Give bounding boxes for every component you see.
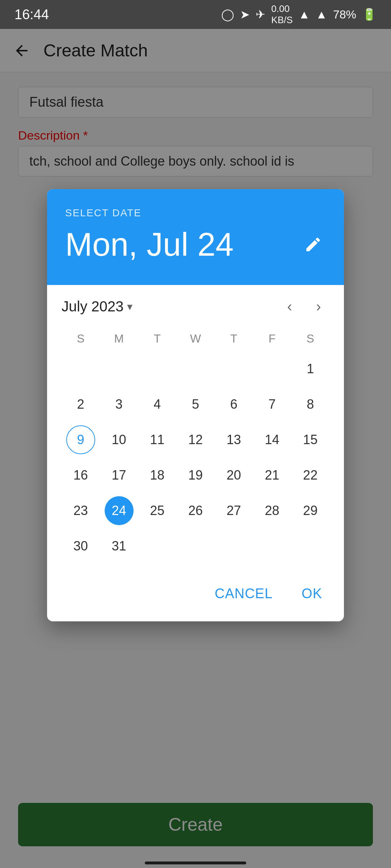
day-24[interactable]: 24 — [105, 496, 134, 525]
cal-cell-empty-6: 0 — [253, 353, 291, 385]
cal-cell-empty-2: 0 — [100, 353, 138, 385]
cal-cell-5[interactable]: 5 — [176, 388, 215, 421]
day-9[interactable]: 9 — [66, 425, 95, 454]
cal-cell-empty-9: 0 — [215, 530, 253, 562]
day-header-s2: S — [291, 328, 329, 349]
day-11[interactable]: 11 — [143, 425, 172, 454]
cal-cell-10[interactable]: 10 — [100, 424, 138, 456]
day-17[interactable]: 17 — [105, 461, 134, 490]
day-28[interactable]: 28 — [257, 496, 286, 525]
cal-cell-9[interactable]: 9 — [62, 424, 100, 456]
cal-cell-30[interactable]: 30 — [62, 530, 100, 562]
cal-cell-1[interactable]: 1 — [291, 353, 329, 385]
cal-cell-17[interactable]: 17 — [100, 459, 138, 492]
prev-month-button[interactable]: ‹ — [279, 296, 300, 318]
cal-cell-31[interactable]: 31 — [100, 530, 138, 562]
status-icons: ◯ ➤ ✈ 0.00KB/S ▲ ▲ 78% 🔋 — [221, 3, 377, 26]
day-26[interactable]: 26 — [181, 496, 210, 525]
app-background: Create Match Futsal fiesta Description *… — [0, 29, 391, 868]
cal-cell-4[interactable]: 4 — [138, 388, 176, 421]
dialog-overlay: SELECT DATE Mon, Jul 24 July 2023 — [0, 29, 391, 868]
nav-arrows: ‹ › — [279, 296, 329, 318]
day-16[interactable]: 16 — [66, 461, 95, 490]
month-nav: July 2023 ▾ ‹ › — [62, 296, 329, 318]
cal-cell-empty-11: 0 — [291, 530, 329, 562]
dialog-actions: CANCEL OK — [47, 573, 344, 621]
day-31[interactable]: 31 — [105, 532, 134, 561]
day-4[interactable]: 4 — [143, 390, 172, 419]
day-14[interactable]: 14 — [257, 425, 286, 454]
cal-cell-19[interactable]: 19 — [176, 459, 215, 492]
day-header-f: F — [253, 328, 291, 349]
battery-indicator: 78% — [333, 8, 356, 21]
cal-cell-14[interactable]: 14 — [253, 424, 291, 456]
day-5[interactable]: 5 — [181, 390, 210, 419]
wifi-icon: ▲ — [299, 8, 310, 21]
cal-cell-23[interactable]: 23 — [62, 494, 100, 527]
cal-cell-26[interactable]: 26 — [176, 494, 215, 527]
day-15[interactable]: 15 — [296, 425, 325, 454]
cal-cell-empty-10: 0 — [253, 530, 291, 562]
cal-cell-18[interactable]: 18 — [138, 459, 176, 492]
day-12[interactable]: 12 — [181, 425, 210, 454]
day-6[interactable]: 6 — [219, 390, 248, 419]
day-headers: S M T W T F S — [62, 328, 329, 349]
whatsapp-icon: ◯ — [221, 8, 234, 21]
cancel-button[interactable]: CANCEL — [207, 580, 280, 607]
cal-cell-empty-5: 0 — [215, 353, 253, 385]
cal-cell-15[interactable]: 15 — [291, 424, 329, 456]
month-dropdown-arrow: ▾ — [127, 300, 133, 313]
status-bar: 16:44 ◯ ➤ ✈ 0.00KB/S ▲ ▲ 78% 🔋 — [0, 0, 391, 29]
day-10[interactable]: 10 — [105, 425, 134, 454]
cal-cell-21[interactable]: 21 — [253, 459, 291, 492]
day-23[interactable]: 23 — [66, 496, 95, 525]
cal-cell-24[interactable]: 24 — [100, 494, 138, 527]
day-21[interactable]: 21 — [257, 461, 286, 490]
data-icon: 0.00KB/S — [271, 3, 293, 26]
cal-cell-28[interactable]: 28 — [253, 494, 291, 527]
day-20[interactable]: 20 — [219, 461, 248, 490]
cal-cell-empty-7: 0 — [138, 530, 176, 562]
status-time: 16:44 — [14, 7, 49, 22]
day-7[interactable]: 7 — [257, 390, 286, 419]
battery-icon: 🔋 — [362, 8, 377, 21]
edit-date-button[interactable] — [300, 232, 326, 257]
day-22[interactable]: 22 — [296, 461, 325, 490]
calendar-grid: 0 0 0 0 0 0 1 2 3 4 5 6 7 8 9 — [62, 353, 329, 562]
cal-cell-12[interactable]: 12 — [176, 424, 215, 456]
day-19[interactable]: 19 — [181, 461, 210, 490]
day-1[interactable]: 1 — [296, 354, 325, 383]
day-25[interactable]: 25 — [143, 496, 172, 525]
date-picker-dialog: SELECT DATE Mon, Jul 24 July 2023 — [47, 189, 344, 621]
day-18[interactable]: 18 — [143, 461, 172, 490]
ok-button[interactable]: OK — [294, 580, 329, 607]
day-header-s1: S — [62, 328, 100, 349]
day-29[interactable]: 29 — [296, 496, 325, 525]
next-month-button[interactable]: › — [308, 296, 329, 318]
cal-cell-27[interactable]: 27 — [215, 494, 253, 527]
cal-cell-7[interactable]: 7 — [253, 388, 291, 421]
month-selector[interactable]: July 2023 ▾ — [62, 298, 133, 315]
cal-cell-3[interactable]: 3 — [100, 388, 138, 421]
cal-cell-20[interactable]: 20 — [215, 459, 253, 492]
cal-cell-22[interactable]: 22 — [291, 459, 329, 492]
day-13[interactable]: 13 — [219, 425, 248, 454]
day-header-t1: T — [138, 328, 176, 349]
cal-cell-empty-3: 0 — [138, 353, 176, 385]
cal-cell-25[interactable]: 25 — [138, 494, 176, 527]
cal-cell-16[interactable]: 16 — [62, 459, 100, 492]
signal-icon: ▲ — [316, 8, 327, 21]
day-8[interactable]: 8 — [296, 390, 325, 419]
cal-cell-2[interactable]: 2 — [62, 388, 100, 421]
select-date-label: SELECT DATE — [65, 207, 326, 219]
cal-cell-6[interactable]: 6 — [215, 388, 253, 421]
day-2[interactable]: 2 — [66, 390, 95, 419]
selected-date-display: Mon, Jul 24 — [65, 226, 234, 263]
day-27[interactable]: 27 — [219, 496, 248, 525]
cal-cell-29[interactable]: 29 — [291, 494, 329, 527]
cal-cell-8[interactable]: 8 — [291, 388, 329, 421]
day-3[interactable]: 3 — [105, 390, 134, 419]
day-30[interactable]: 30 — [66, 532, 95, 561]
cal-cell-13[interactable]: 13 — [215, 424, 253, 456]
cal-cell-11[interactable]: 11 — [138, 424, 176, 456]
